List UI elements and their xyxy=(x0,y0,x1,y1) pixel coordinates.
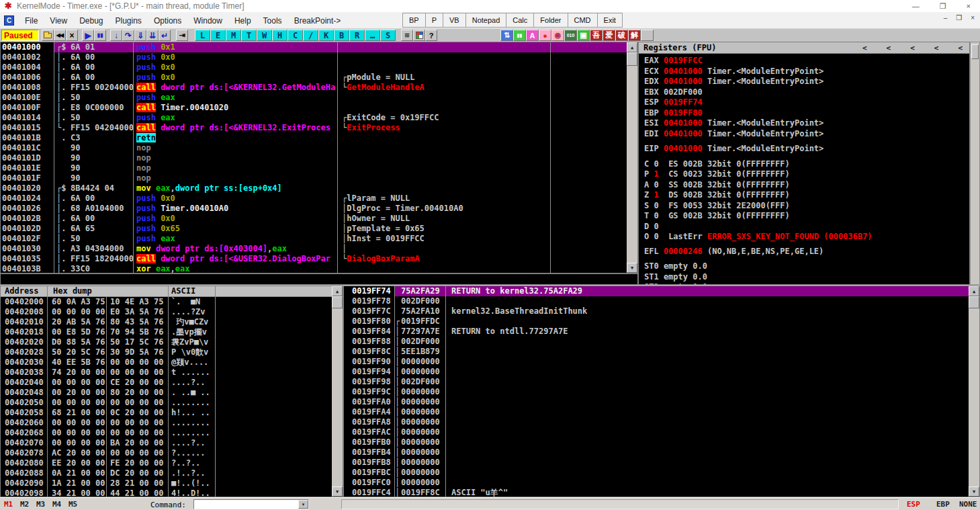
menu-item-options[interactable]: Options xyxy=(148,16,187,26)
view-windows-button[interactable]: W xyxy=(257,30,272,41)
disasm-comment[interactable] xyxy=(338,183,551,194)
disasm-row[interactable]: 00401020┌$8B4424 04mov eax,dword ptr ss:… xyxy=(1,183,627,194)
disasm-row[interactable]: 0040101C90nop xyxy=(1,143,627,153)
dump-ascii[interactable]: ....?.. xyxy=(169,378,216,388)
fpu-row[interactable]: ST2 empty 0.0 xyxy=(644,282,969,285)
hex-dump-row[interactable]: 0040204000 00 00 00CE 20 00 00....?.. xyxy=(1,378,332,388)
dump-bytes-2[interactable]: 00 00 00 00 xyxy=(107,418,169,428)
disasm-row[interactable]: 00401035│.FF15 18204000call dword ptr ds… xyxy=(1,254,627,264)
stack-row[interactable]: 0019FF90│00000000 xyxy=(344,357,969,367)
close-icon[interactable]: × xyxy=(967,2,971,10)
stack-address[interactable]: 0019FFBC xyxy=(344,468,395,478)
stack-comment[interactable] xyxy=(446,367,969,377)
dump-bytes-1[interactable]: D0 88 5A 76 xyxy=(48,337,107,347)
scroll-up-icon[interactable]: ▲ xyxy=(969,286,979,296)
dump-ascii[interactable]: ........ xyxy=(169,428,216,438)
flag-row[interactable]: T 0 GS 002B 32bit 0(FFFFFFFF) xyxy=(644,211,969,222)
flag-row[interactable]: D 0 xyxy=(644,222,969,232)
disasm-bytes[interactable]: 90 xyxy=(69,163,134,173)
appearance-button[interactable] xyxy=(413,30,425,41)
stack-value[interactable]: 002DF000 xyxy=(401,337,446,347)
disasm-bytes[interactable]: 90 xyxy=(69,173,134,183)
disasm-bytes[interactable]: 50 xyxy=(69,234,134,244)
dump-bytes-1[interactable]: 34 21 00 00 xyxy=(48,488,107,497)
dump-address[interactable]: 00402008 xyxy=(1,307,48,317)
stack-row[interactable]: 0019FFC0│00000000 xyxy=(344,478,969,488)
dump-ascii[interactable]: P \v0歕v xyxy=(169,347,216,357)
disasm-row[interactable]: 0040101B .C3retn xyxy=(1,133,627,143)
stack-comment[interactable] xyxy=(446,387,969,397)
plugin-52pojie-button-4[interactable]: 解 xyxy=(628,30,641,41)
disasm-instruction[interactable]: call dword ptr ds:[<&KERNEL32.ExitProces xyxy=(134,123,338,133)
dump-bytes-2[interactable]: 00 00 00 00 xyxy=(107,448,169,458)
help-button[interactable]: ? xyxy=(425,30,437,41)
flag-row[interactable]: O 0 LastErr ERROR_SXS_KEY_NOT_FOUND (000… xyxy=(644,232,969,243)
view-breakpoints-button[interactable]: B xyxy=(334,30,349,41)
disasm-comment[interactable]: ┌pModule = NULL xyxy=(338,73,551,83)
fpu-row[interactable]: ST0 empty 0.0 xyxy=(644,261,969,272)
disasm-row[interactable]: 0040101E90nop xyxy=(1,163,627,173)
stack-address[interactable]: 0019FFB0 xyxy=(344,437,395,448)
scrollbar-thumb[interactable] xyxy=(332,296,343,308)
disasm-instruction[interactable]: nop xyxy=(134,163,338,173)
stack-value[interactable]: 002DF000 xyxy=(401,377,446,387)
plugin-pause-icon[interactable]: ▮▮ xyxy=(513,30,526,41)
scrollbar-thumb[interactable] xyxy=(969,296,979,308)
stack-value[interactable]: 00000000 xyxy=(401,357,446,367)
disasm-row[interactable]: 00401014│.50push eax┌ExitCode = 0x19FFCC xyxy=(1,113,627,123)
dump-ascii[interactable]: t ...... xyxy=(169,368,216,378)
disasm-row[interactable]: 0040100F│.E8 0C000000call Timer.00401020 xyxy=(1,103,627,113)
disasm-instruction[interactable]: retn xyxy=(134,133,338,143)
stack-value[interactable]: 00000000 xyxy=(401,468,446,478)
dump-bytes-2[interactable]: 44 21 00 00 xyxy=(107,488,169,497)
stack-value[interactable]: 002DF000 xyxy=(401,296,446,306)
scroll-down-icon[interactable]: ▼ xyxy=(332,486,343,497)
disasm-row[interactable]: 00401002│.6A 00push 0x0 xyxy=(1,52,627,62)
dump-ascii[interactable]: ....?.. xyxy=(169,438,216,448)
close-program-button[interactable]: × xyxy=(66,30,78,41)
disasm-row[interactable]: 0040103B│.33C0xor eax,eax xyxy=(1,264,627,273)
pane-chevron-icon[interactable]: < xyxy=(934,44,939,52)
dump-ascii[interactable]: . ..■ .. xyxy=(169,388,216,398)
mdi-close-icon[interactable]: × xyxy=(971,14,975,22)
eip-row[interactable]: EIP 00401000 Timer.<ModuleEntryPoint> xyxy=(644,144,969,155)
mdi-minimize-icon[interactable]: – xyxy=(944,14,948,22)
disasm-address[interactable]: 0040101E xyxy=(1,163,54,173)
hex-dump-row[interactable]: 0040203874 20 00 0000 00 00 00t ...... xyxy=(1,368,332,378)
stack-address[interactable]: 0019FF9C xyxy=(344,387,395,397)
scroll-up-icon[interactable]: ▲ xyxy=(332,286,343,296)
dump-bytes-1[interactable]: 0A 21 00 00 xyxy=(48,468,107,478)
plugin-dot-icon[interactable]: ● xyxy=(539,30,551,41)
view-cpu-button[interactable]: C xyxy=(287,30,303,41)
disasm-comment[interactable] xyxy=(338,93,551,103)
disasm-comment[interactable] xyxy=(338,143,551,153)
dump-ascii[interactable]: @颎v.... xyxy=(169,357,216,368)
stack-comment[interactable] xyxy=(446,478,969,488)
hex-dump-row[interactable]: 00402080EE 20 00 00FE 20 00 00?..?.. xyxy=(1,458,332,468)
pause-button[interactable]: ▮▮ xyxy=(94,30,106,41)
dump-ascii[interactable]: 玓v■CZv xyxy=(169,317,216,327)
stack-comment[interactable] xyxy=(446,347,969,357)
menu-button-cmd[interactable]: CMD xyxy=(568,13,598,28)
dump-ascii[interactable]: ■!..(!.. xyxy=(169,478,216,488)
stack-scrollbar[interactable]: ▲ ▼ xyxy=(969,286,979,497)
dump-address[interactable]: 00402078 xyxy=(1,448,48,458)
scroll-down-icon[interactable]: ▼ xyxy=(627,263,637,273)
disasm-instruction[interactable]: nop xyxy=(134,153,338,163)
dump-bytes-2[interactable]: CE 20 00 00 xyxy=(107,378,169,388)
view-call-stack-button[interactable]: K xyxy=(318,30,334,41)
disasm-comment[interactable] xyxy=(338,133,551,143)
register-row[interactable]: EAX 0019FFCC xyxy=(644,56,969,67)
scroll-down-icon[interactable]: ▼ xyxy=(969,486,979,497)
dump-bytes-2[interactable]: 80 20 00 00 xyxy=(107,388,169,398)
disasm-comment[interactable] xyxy=(338,163,551,173)
stack-row[interactable]: 0019FFB8│00000000 xyxy=(344,458,969,468)
disasm-comment[interactable]: └GetModuleHandleA xyxy=(338,83,551,93)
disasm-bytes[interactable]: 6A 00 xyxy=(69,73,134,83)
menu-item-view[interactable]: View xyxy=(44,16,73,26)
stack-comment[interactable] xyxy=(446,437,969,448)
disasm-comment[interactable]: ┌lParam = NULL xyxy=(338,194,551,204)
stack-value[interactable]: 00000000 xyxy=(401,448,446,458)
stack-row[interactable]: 0019FF7C75A2FA10kernel32.BaseThreadInitT… xyxy=(344,306,969,316)
stack-address[interactable]: 0019FFAC xyxy=(344,427,395,437)
